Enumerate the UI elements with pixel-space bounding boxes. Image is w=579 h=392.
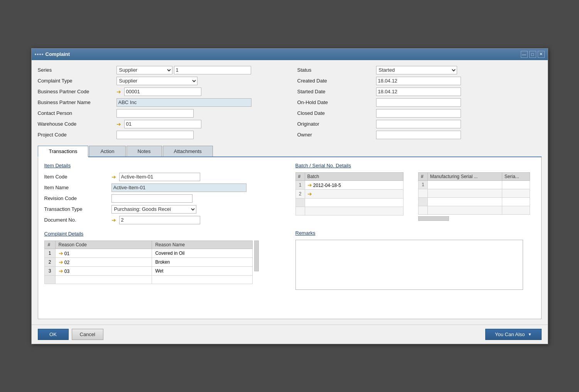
doc-no-input[interactable]: 2 (119, 216, 200, 224)
bp-code-arrow-icon[interactable]: ➔ (116, 89, 123, 95)
item-name-label: Item Name (44, 185, 110, 190)
series-select[interactable]: Supplier (116, 66, 172, 74)
tab-content-transactions: Item Details Item Code ➔ Active-Item-01 … (38, 157, 542, 319)
status-label: Status (297, 67, 375, 73)
batch-row-1-num: 1 (295, 180, 305, 189)
created-date-input[interactable]: 18.04.12 (376, 77, 461, 85)
tab-notes[interactable]: Notes (127, 146, 162, 156)
item-details-grid: Item Code ➔ Active-Item-01 Item Name Act… (44, 172, 284, 225)
ok-button[interactable]: OK (38, 329, 69, 340)
batch-row-empty (295, 198, 403, 207)
series-row: Series Supplier 1 (38, 66, 282, 75)
series-number-input[interactable]: 1 (174, 66, 251, 74)
close-button[interactable]: ✕ (538, 51, 545, 58)
bp-name-row: Business Partner Name ABC Inc (38, 98, 282, 107)
contact-label: Contact Person (38, 110, 115, 116)
header-left-section: Series Supplier 1 Complaint Type Supplie… (38, 66, 282, 140)
batch-row-1: 1 ➔ 2012-04-18-5 (295, 180, 403, 189)
started-date-label: Started Date (297, 89, 375, 94)
bp-name-input: ABC Inc (116, 98, 252, 107)
complaint-type-label: Complaint Type (38, 78, 115, 84)
bp-code-input[interactable]: 00001 (124, 87, 201, 96)
complaint-row-1-arrow[interactable]: ➔ (59, 250, 63, 256)
batch-row-2-arrow[interactable]: ➔ (307, 191, 312, 197)
batch-row-2: 2 ➔ (295, 189, 403, 198)
complaint-row-2-name: Broken (152, 257, 252, 266)
warehouse-arrow-icon[interactable]: ➔ (116, 121, 123, 127)
window-title: Complaint (46, 51, 70, 57)
originator-input[interactable] (376, 120, 461, 128)
mfg-col-mfg: Manufacturing Serial ... (428, 172, 502, 180)
item-code-input[interactable]: Active-Item-01 (119, 173, 200, 181)
item-details-title: Item Details (44, 163, 284, 168)
batch-serial-title: Batch / Serial No. Details (295, 163, 535, 168)
col-header-reason-code: Reason Code (55, 241, 152, 249)
title-bar: Complaint — □ ✕ (32, 49, 548, 60)
complaint-row-3: 3 ➔ 03 Wet (44, 266, 252, 275)
complaint-details-title: Complaint Details (44, 231, 284, 237)
batch-row-1-arrow[interactable]: ➔ (307, 182, 312, 188)
complaint-row-2-arrow[interactable]: ➔ (59, 259, 63, 265)
series-label: Series (38, 67, 115, 73)
batch-row-2-num: 2 (295, 189, 305, 198)
item-name-input: Active-Item-01 (111, 183, 246, 192)
closed-date-label: Closed Date (297, 110, 375, 116)
complaint-row-3-name: Wet (152, 266, 252, 275)
item-name-row: Item Name Active-Item-01 (44, 183, 284, 192)
mfg-row-1: 1 (419, 180, 530, 189)
drag-dots (35, 54, 43, 55)
complaint-type-select[interactable]: Supplier (116, 77, 198, 85)
batch-serial-section: Batch / Serial No. Details # Batch (295, 163, 535, 221)
minimize-button[interactable]: — (521, 51, 528, 58)
warehouse-row: Warehouse Code ➔ 01 (38, 119, 282, 129)
closed-date-row: Closed Date (297, 109, 542, 118)
remarks-textarea[interactable] (295, 240, 523, 290)
onhold-label: On-Hold Date (297, 99, 375, 105)
tabs-bar: Transactions Action Notes Attachments (38, 146, 542, 157)
tab-attachments[interactable]: Attachments (163, 146, 213, 156)
complaint-row-1-num: 1 (44, 249, 55, 257)
trans-type-select[interactable]: Purchasing: Goods Recei (111, 205, 196, 214)
bp-name-label: Business Partner Name (38, 99, 115, 105)
mfg-row-empty (419, 189, 530, 197)
complaint-row-3-arrow[interactable]: ➔ (59, 268, 63, 274)
created-date-row: Created Date 18.04.12 (297, 76, 542, 86)
cancel-button[interactable]: Cancel (72, 329, 103, 340)
created-date-label: Created Date (297, 78, 375, 84)
mfg-col-serial: Seria... (502, 172, 530, 180)
status-select[interactable]: Started (376, 66, 457, 74)
complaint-row-1-name: Covered in Oil (152, 249, 252, 257)
col-header-num: # (44, 241, 55, 249)
doc-no-arrow-icon[interactable]: ➔ (111, 217, 118, 223)
complaint-table-scrollbar[interactable] (254, 241, 259, 271)
warehouse-input[interactable]: 01 (124, 120, 201, 128)
complaint-table: # Reason Code Reason Name 1 (44, 241, 253, 284)
you-can-also-button[interactable]: You Can Also (485, 329, 542, 340)
left-section: Item Details Item Code ➔ Active-Item-01 … (44, 163, 284, 291)
bp-code-label: Business Partner Code (38, 89, 115, 94)
owner-input[interactable] (376, 131, 461, 139)
complaint-row-1: 1 ➔ 01 Covered in Oil (44, 249, 252, 257)
tab-inner: Item Details Item Code ➔ Active-Item-01 … (44, 163, 535, 291)
onhold-input (376, 98, 461, 107)
complaint-window: Complaint — □ ✕ Series Supplier 1 (31, 48, 548, 344)
tab-transactions[interactable]: Transactions (38, 146, 89, 157)
header-form: Series Supplier 1 Complaint Type Supplie… (38, 66, 542, 140)
tab-action[interactable]: Action (89, 146, 125, 156)
header-right-section: Status Started Created Date 18.04.12 Sta… (297, 66, 542, 140)
batch-col-num: # (295, 172, 305, 180)
complaint-row-2: 2 ➔ 02 Broken (44, 257, 252, 266)
batch-table: # Batch 1 ➔ (295, 172, 403, 215)
contact-input[interactable] (116, 109, 194, 118)
started-date-input[interactable]: 18.04.12 (376, 87, 461, 96)
mfg-table-outer: # Manufacturing Serial ... Seria... 1 (418, 172, 535, 221)
item-code-arrow-icon[interactable]: ➔ (111, 174, 118, 180)
project-input[interactable] (116, 131, 194, 139)
mfg-table-scrollbar[interactable] (418, 216, 449, 221)
item-code-label: Item Code (44, 174, 110, 180)
revision-input[interactable] (111, 194, 192, 203)
owner-label: Owner (297, 132, 375, 138)
maximize-button[interactable]: □ (529, 51, 536, 58)
project-row: Project Code (38, 130, 282, 140)
trans-type-row: Transaction Type Purchasing: Goods Recei (44, 205, 284, 214)
